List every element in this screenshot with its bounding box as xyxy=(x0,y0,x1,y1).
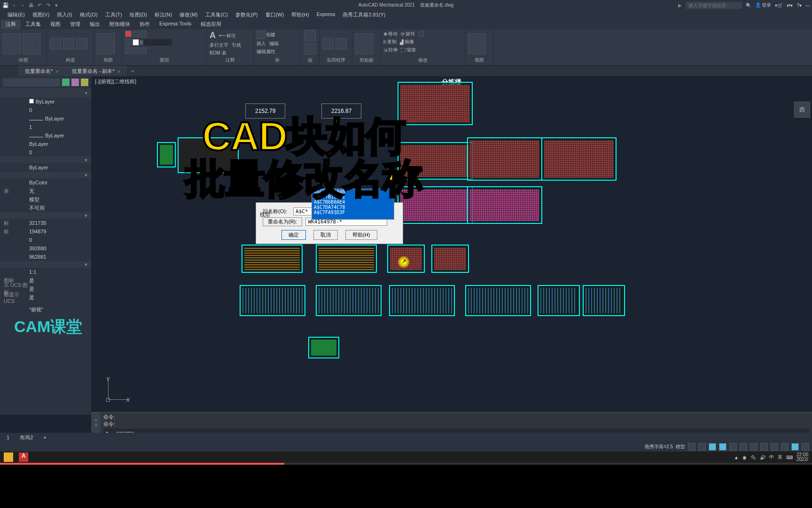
modify-ic[interactable] xyxy=(418,31,424,37)
block-preview[interactable] xyxy=(465,285,531,316)
section-toggle[interactable]: ▾ xyxy=(0,212,91,219)
ok-button[interactable]: 确定 xyxy=(281,230,306,240)
help-button[interactable]: 帮助(H) xyxy=(345,230,377,240)
ungroup-tool[interactable] xyxy=(304,43,316,55)
layer-ic[interactable] xyxy=(140,31,147,37)
status-model[interactable]: 模型 xyxy=(676,444,685,450)
viewport-label[interactable]: [-][俯视][二维线框] xyxy=(95,78,136,85)
layer-ic[interactable] xyxy=(125,39,132,46)
play-icon[interactable]: ▶ xyxy=(678,3,682,8)
tray-volume-icon[interactable]: 🔊 xyxy=(760,455,765,460)
block-preview[interactable] xyxy=(308,337,339,358)
menu-item[interactable]: 编辑(E) xyxy=(4,10,29,20)
menu-item[interactable]: 绘图(D) xyxy=(126,10,151,20)
section-toggle[interactable]: ▾ xyxy=(0,172,91,178)
layer-ic[interactable] xyxy=(133,31,139,37)
tray-icon[interactable]: ▲ xyxy=(734,455,739,460)
status-sc-icon[interactable] xyxy=(791,443,799,451)
stretch-tool[interactable]: ⇲ xyxy=(383,48,387,53)
prop-icon[interactable] xyxy=(62,79,70,86)
menu-item[interactable]: 格式(O) xyxy=(76,10,102,20)
tray-keyboard-icon[interactable]: ⌨ xyxy=(786,455,793,460)
ribbon-tab[interactable]: 精选应用 xyxy=(196,20,226,29)
qat-undo-icon[interactable]: ↶ xyxy=(36,1,43,9)
rename-to-button[interactable]: 重命名为(R): xyxy=(263,217,302,226)
circle-tool[interactable] xyxy=(3,33,21,54)
prop-icon[interactable] xyxy=(81,79,88,86)
ribbon-tab[interactable]: 协作 xyxy=(135,20,155,29)
status-lwt-icon[interactable] xyxy=(760,443,768,451)
section-toggle[interactable]: ▾ xyxy=(0,261,91,268)
block-preview[interactable] xyxy=(467,137,542,181)
ribbon-tab[interactable]: 工具集 xyxy=(21,20,46,29)
doc-tab[interactable]: 批量重命名*× xyxy=(19,66,65,76)
menu-item[interactable]: 视图(V) xyxy=(29,10,54,20)
ribbon-tab[interactable]: 管理 xyxy=(65,20,85,29)
login-button[interactable]: 👤 登录 xyxy=(755,2,772,8)
window-min-icon[interactable]: — xyxy=(805,3,810,8)
copy-tool[interactable]: ⎘ xyxy=(383,40,386,45)
basepoint-tool[interactable] xyxy=(468,33,486,54)
block-preview[interactable] xyxy=(157,142,176,167)
search-input[interactable] xyxy=(686,2,742,9)
construct-tool3[interactable] xyxy=(76,38,87,49)
detail-tool[interactable] xyxy=(97,33,115,54)
cmd-handle-icon[interactable]: ⠿ xyxy=(94,423,98,428)
status-qp-icon[interactable] xyxy=(781,443,789,451)
block-preview[interactable] xyxy=(431,245,469,273)
layer-ic[interactable] xyxy=(125,48,132,54)
scroll-down-icon[interactable]: ▼ xyxy=(387,219,394,220)
construct-tool2[interactable] xyxy=(63,38,74,49)
block-preview[interactable] xyxy=(242,245,303,273)
block-preview[interactable] xyxy=(240,285,305,316)
qat-save-icon[interactable]: 💾 xyxy=(2,1,9,9)
ribbon-tab[interactable]: 附加模块 xyxy=(105,20,135,29)
text-tool[interactable]: A xyxy=(210,31,216,40)
block-preview[interactable] xyxy=(538,285,580,316)
menu-item[interactable]: 标注(N) xyxy=(151,10,176,20)
status-grid-icon[interactable] xyxy=(688,443,695,451)
cmd-close-icon[interactable]: × xyxy=(94,418,97,423)
tray-lang[interactable]: 英 xyxy=(778,454,782,460)
qat-print-icon[interactable]: 🖶 xyxy=(27,1,35,9)
tray-network-icon[interactable]: ◉ xyxy=(742,455,747,460)
layer-dropdown[interactable] xyxy=(144,39,172,46)
construct-tool[interactable] xyxy=(50,38,61,49)
status-snap-icon[interactable] xyxy=(698,443,706,451)
cart-icon[interactable]: ▾🛒 xyxy=(775,3,783,8)
block-preview[interactable] xyxy=(316,245,377,273)
selection-dropdown[interactable] xyxy=(3,78,60,87)
status-osnap-icon[interactable] xyxy=(729,443,737,451)
scale-tool[interactable]: ⛶ xyxy=(401,48,406,53)
paste-tool[interactable] xyxy=(355,33,373,54)
layer-swatch[interactable] xyxy=(133,39,139,46)
layer-ic[interactable] xyxy=(140,48,147,54)
rotate-tool[interactable]: ⟳ xyxy=(401,32,405,37)
tray-power-icon[interactable]: 🔌 xyxy=(750,455,756,460)
block-preview[interactable] xyxy=(467,186,542,224)
menu-item[interactable]: 燕秀工具箱2.81(Y) xyxy=(339,10,389,20)
layout-tab[interactable]: 布局2 xyxy=(15,433,38,442)
layout-tab[interactable]: 1 xyxy=(2,434,14,441)
video-progress-track[interactable] xyxy=(0,463,812,465)
menu-item[interactable]: 帮助(H) xyxy=(288,10,312,20)
menu-item[interactable]: 工具集(C) xyxy=(202,10,232,20)
drawing-canvas[interactable]: [-][俯视][二维线框] 分拣楼 2152.79 2216.87 西 Y X xyxy=(91,76,812,415)
tray-ime[interactable]: 中 xyxy=(769,454,774,460)
menu-item[interactable]: Express xyxy=(313,10,339,20)
qat-open-icon[interactable]: ▫ xyxy=(19,1,26,9)
measure-tool[interactable] xyxy=(336,38,347,49)
status-polar-icon[interactable] xyxy=(719,443,726,451)
status-otrack-icon[interactable] xyxy=(750,443,757,451)
taskbar-autocad-icon[interactable]: A xyxy=(19,452,28,462)
prop-icon[interactable] xyxy=(71,79,79,86)
doc-tab[interactable]: 批量重命名 - 副本*× xyxy=(66,66,127,76)
move-tool[interactable]: ✥ xyxy=(383,32,387,37)
block-preview[interactable] xyxy=(541,137,617,181)
qat-redo-icon[interactable]: ↷ xyxy=(44,1,52,9)
expand-icon[interactable]: ▾ xyxy=(85,90,87,95)
dim-tool[interactable]: ⟵ xyxy=(219,33,226,38)
status-3dosnap-icon[interactable] xyxy=(740,443,747,451)
close-icon[interactable]: × xyxy=(55,69,58,74)
line-tool[interactable] xyxy=(23,33,40,54)
